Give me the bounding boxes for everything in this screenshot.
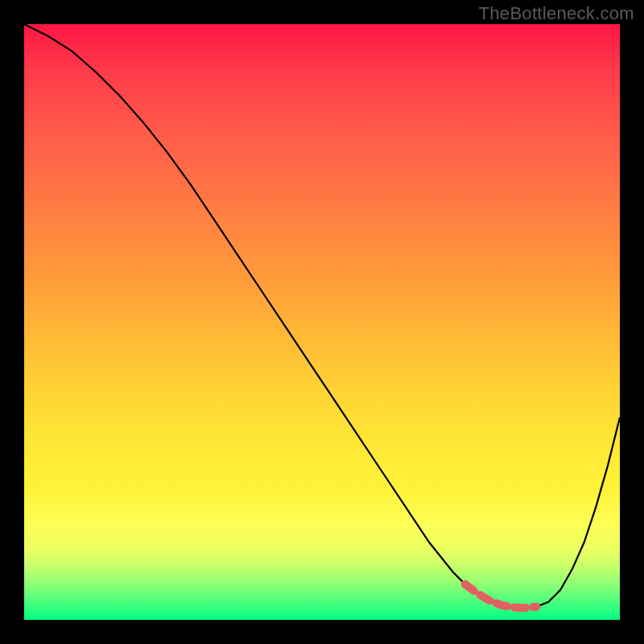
bottleneck-curve [24,24,620,620]
plot-area [24,24,620,620]
watermark-text: TheBottleneck.com [479,3,634,24]
